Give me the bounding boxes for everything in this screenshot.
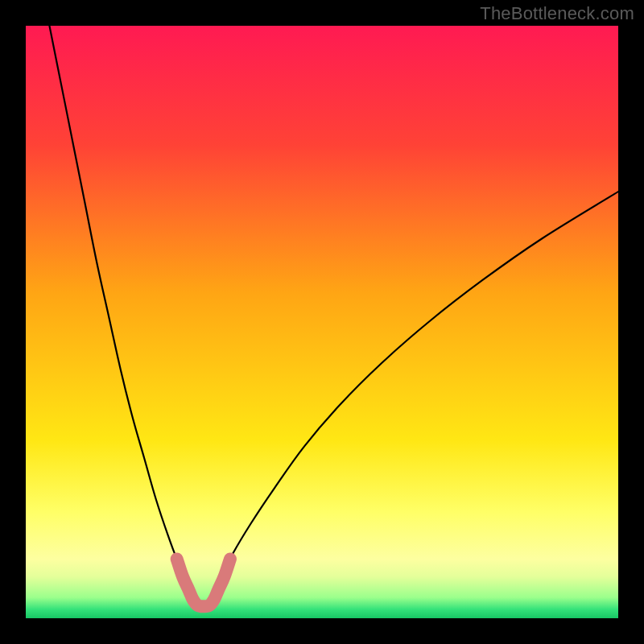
chart-frame: TheBottleneck.com [0, 0, 644, 644]
bottleneck-chart [26, 26, 618, 618]
plot-background [26, 26, 618, 618]
watermark-text: TheBottleneck.com [480, 3, 634, 24]
